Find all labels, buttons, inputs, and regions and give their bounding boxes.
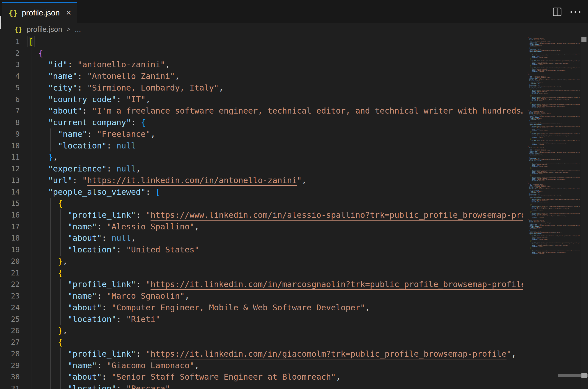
code-line[interactable]: 22 "profile_link": "https://it.linkedin.… [0,279,523,290]
indent-guides [31,267,51,279]
indent-guides [31,140,51,152]
json-file-icon: {} [14,26,23,33]
code-line[interactable]: 27 { [0,337,523,348]
code-line[interactable]: 19 "location": "United States" [0,244,523,256]
minimap[interactable]: [ { "id": "antonello-zanini", "name": "A… [523,36,580,389]
indent-guides [31,82,41,94]
code-line[interactable]: 25 "location": "Rieti" [0,314,523,325]
indent-guides [31,152,41,163]
line-number: 31 [0,383,20,389]
line-number: 28 [0,348,20,360]
line-number: 5 [0,82,20,94]
line-number: 18 [0,232,20,244]
code-text: "url": "https://it.linkedin.com/in/anton… [20,175,307,186]
tab-profile-json[interactable]: {} profile.json ✕ [2,2,77,23]
code-line[interactable]: 10 "location": null [0,140,523,152]
code-text: "about": "Senior Staff Software Engineer… [20,371,341,383]
code-line[interactable]: 24 "about": "Computer Engineer, Mobile &… [0,302,523,314]
line-number: 21 [0,267,20,279]
indent-guides [31,105,41,117]
code-line[interactable]: 15 { [0,198,523,209]
code-line[interactable]: 8 "current_company": { [0,117,523,128]
tab-label: profile.json [22,8,60,17]
indent-guides [31,198,51,209]
code-line[interactable]: 31 "location": "Pescara" [0,383,523,389]
indent-guides [31,94,41,105]
code-line[interactable]: 29 "name": "Giacomo Lamonaco", [0,360,523,372]
line-number: 26 [0,325,20,337]
indent-guides [31,59,41,71]
code-line[interactable]: 18 "about": null, [0,232,523,244]
line-number: 29 [0,360,20,372]
line-number: 4 [0,71,20,82]
code-line[interactable]: 16 "profile_link": "https://www.linkedin… [0,209,523,221]
indent-guides [31,244,61,256]
code-line[interactable]: 23 "name": "Marco Sgnaolin", [0,290,523,302]
code-text: "about": "I'm a freelance software engin… [20,105,523,117]
code-line[interactable]: 3 "id": "antonello-zanini", [0,59,523,71]
code-line[interactable]: 21 { [0,267,523,279]
vertical-scrollbar-thumb[interactable] [581,37,586,42]
code-line[interactable]: 4 "name": "Antonello Zanini", [0,71,523,82]
left-edge-artifact [0,16,1,29]
line-number: 3 [0,59,20,71]
code-line[interactable]: 28 "profile_link": "https://it.linkedin.… [0,348,523,360]
code-line[interactable]: 6 "country_code": "IT", [0,94,523,105]
breadcrumb-symbol-tail[interactable]: ... [75,25,81,34]
vscode-window: { "tab_bar": { "tab": { "icon": "{}", "l… [0,0,588,389]
line-number: 27 [0,337,20,348]
code-line[interactable]: 9 "name": "Freelance", [0,128,523,140]
line-number: 10 [0,140,20,152]
code-text: [ [20,36,33,48]
code-line[interactable]: 13 "url": "https://it.linkedin.com/in/an… [0,175,523,186]
indent-guides [31,71,41,82]
horizontal-scrollbar-thumb[interactable] [581,373,587,378]
indent-guides [31,163,41,175]
indent-guides [31,256,51,267]
code-editor[interactable]: 1[2 {3 "id": "antonello-zanini",4 "name"… [0,36,523,389]
indent-guides [31,371,61,383]
code-text: "about": "Computer Engineer, Mobile & We… [20,302,370,314]
indent-guides [31,48,31,59]
code-line[interactable]: 17 "name": "Alessio Spallino", [0,221,523,233]
line-number: 22 [0,279,20,290]
vertical-scrollbar-track[interactable] [580,36,588,389]
line-number: 17 [0,221,20,233]
more-actions-icon[interactable] [571,11,580,13]
indent-guides [31,325,51,337]
indent-guides [31,290,61,302]
code-text: "profile_link": "https://it.linkedin.com… [20,348,516,360]
code-line[interactable]: 11 }, [0,152,523,163]
line-number: 1 [0,36,20,48]
line-number: 16 [0,209,20,221]
code-line[interactable]: 26 }, [0,325,523,337]
code-text: "profile_link": "https://it.linkedin.com… [20,279,523,290]
indent-guides [31,175,41,186]
line-number: 23 [0,290,20,302]
close-tab-icon[interactable]: ✕ [66,9,72,17]
line-number: 20 [0,256,20,267]
code-text: "profile_link": "https://www.linkedin.co… [20,209,523,221]
minimap-line: "location": "Pescara" [527,253,580,254]
code-text: "name": "Antonello Zanini", [20,71,180,82]
indent-guides [31,128,51,140]
split-editor-icon[interactable] [553,8,561,16]
line-number: 12 [0,163,20,175]
indent-guides [31,279,61,290]
json-file-icon: {} [9,9,18,17]
code-line[interactable]: 12 "experience": null, [0,163,523,175]
code-line[interactable]: 30 "about": "Senior Staff Software Engin… [0,371,523,383]
indent-guides [31,186,41,198]
breadcrumb-file[interactable]: profile.json [27,25,62,34]
code-line[interactable]: 14 "people_also_viewed": [ [0,186,523,198]
chevron-right-icon: > [67,26,71,33]
code-line[interactable]: 20 }, [0,256,523,267]
line-number: 7 [0,105,20,117]
line-number: 11 [0,152,20,163]
line-number: 9 [0,128,20,140]
code-line[interactable]: 5 "city": "Sirmione, Lombardy, Italy", [0,82,523,94]
code-line[interactable]: 1[ [0,36,523,48]
code-line[interactable]: 7 "about": "I'm a freelance software eng… [0,105,523,117]
code-line[interactable]: 2 { [0,48,523,59]
line-number: 19 [0,244,20,256]
